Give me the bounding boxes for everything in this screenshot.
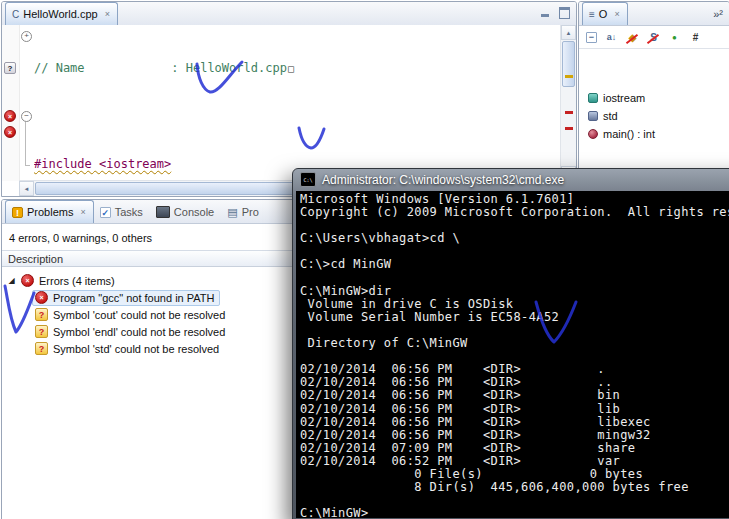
error-icon: ×: [21, 274, 34, 287]
hide-fields-icon[interactable]: ◆: [626, 32, 639, 43]
unknown-char-box: □: [288, 63, 294, 74]
semantic-error-icon: ?: [35, 325, 48, 338]
expand-arrow-icon[interactable]: ◢: [7, 276, 16, 285]
annotation-ruler: ? × ×: [2, 25, 20, 181]
fold-scope-line: [25, 122, 26, 166]
outline-tree: iostream std main() : int: [579, 49, 729, 143]
editor-tab-helloworld[interactable]: C HelloWorld.cpp ×: [5, 2, 118, 25]
cpp-file-icon: C: [12, 9, 19, 20]
fold-expand-icon[interactable]: +: [21, 31, 32, 42]
help-marker-icon[interactable]: ?: [4, 62, 16, 74]
console-view-icon: [156, 206, 170, 218]
close-icon[interactable]: ×: [80, 207, 85, 217]
overview-mark-error[interactable]: [565, 111, 573, 114]
outline-toolbar: − a↓ ◆ S ● #: [579, 26, 729, 49]
problems-group-errors[interactable]: ◢ × Errors (4 items): [2, 272, 310, 289]
tab-properties[interactable]: ▤ Pro: [221, 201, 266, 223]
problems-view-icon: !: [12, 207, 23, 218]
outline-view-icon: ≡: [589, 9, 595, 20]
outline-item-iostream[interactable]: iostream: [579, 89, 729, 107]
comment-text: // Name : HelloWorld.cpp: [34, 61, 287, 75]
tasks-view-icon: ✓: [100, 207, 111, 218]
filter-grid-icon[interactable]: #: [689, 32, 702, 43]
problems-panel: ! Problems × ✓ Tasks Console ▤ Pro 4 err…: [1, 199, 311, 519]
function-icon: [588, 129, 598, 139]
code-line[interactable]: [34, 108, 560, 124]
outline-item-std[interactable]: std: [579, 107, 729, 125]
problems-tabbar: ! Problems × ✓ Tasks Console ▤ Pro: [2, 200, 310, 224]
properties-view-icon: ▤: [227, 207, 237, 218]
scroll-left-icon[interactable]: ◄: [19, 181, 34, 196]
hide-static-members-icon[interactable]: S: [647, 32, 660, 43]
problem-row-gcc[interactable]: × Program "gcc" not found in PATH: [2, 289, 310, 306]
more-tabs-indicator[interactable]: »²: [713, 8, 723, 20]
maximize-button[interactable]: [559, 7, 570, 18]
sort-icon[interactable]: a↓: [605, 32, 618, 42]
include-icon: [588, 93, 598, 103]
error-marker-icon[interactable]: ×: [4, 110, 16, 122]
vertical-scrollbar-thumb[interactable]: [562, 41, 575, 87]
collapse-all-icon[interactable]: −: [586, 32, 597, 43]
error-marker-icon[interactable]: ×: [4, 126, 16, 138]
outline-tabbar: ≡ O × »²: [579, 2, 729, 26]
problem-row-std[interactable]: ? Symbol 'std' could not be resolved: [2, 340, 310, 357]
window-title: Administrator: C:\windows\system32\cmd.e…: [322, 173, 564, 187]
code-text: // Name : HelloWorld.cpp□ #include <iost…: [34, 25, 560, 181]
cmd-window: C:\ Administrator: C:\windows\system32\c…: [292, 168, 729, 519]
problem-row-endl[interactable]: ? Symbol 'endl' could not be resolved: [2, 323, 310, 340]
semantic-error-icon: ?: [35, 342, 48, 355]
cmd-titlebar[interactable]: C:\ Administrator: C:\windows\system32\c…: [293, 169, 729, 190]
code-line[interactable]: // Name : HelloWorld.cpp□: [34, 60, 560, 76]
tab-tasks[interactable]: ✓ Tasks: [94, 201, 150, 223]
folding-column: + −: [20, 25, 32, 181]
namespace-icon: [588, 111, 598, 121]
vertical-scrollbar[interactable]: ▲ ▼: [560, 25, 576, 181]
tab-problems[interactable]: ! Problems ×: [5, 200, 94, 223]
semantic-error-icon: ?: [35, 308, 48, 321]
overview-mark-error[interactable]: [565, 127, 573, 130]
overview-mark-warning[interactable]: [565, 75, 573, 78]
close-icon[interactable]: ×: [105, 9, 110, 19]
scroll-up-icon[interactable]: ▲: [561, 25, 576, 40]
outline-item-main[interactable]: main() : int: [579, 125, 729, 143]
outline-tab-label: O: [599, 8, 608, 20]
fold-collapse-icon[interactable]: −: [21, 111, 32, 122]
minimize-button[interactable]: [540, 7, 551, 18]
console-output[interactable]: Microsoft Windows [Version 6.1.7601] Cop…: [296, 191, 729, 518]
editor-tab-label: HelloWorld.cpp: [23, 8, 97, 20]
selected-row-highlight: × Program "gcc" not found in PATH: [32, 290, 220, 306]
editor-tabbar: C HelloWorld.cpp ×: [2, 2, 576, 26]
include-directive: #include <iostream>: [34, 157, 171, 171]
cmd-icon[interactable]: C:\: [300, 172, 316, 187]
description-column-header[interactable]: Description: [2, 250, 298, 267]
tab-outline[interactable]: ≡ O ×: [582, 2, 628, 25]
error-icon: ×: [35, 291, 48, 304]
close-icon[interactable]: ×: [614, 9, 619, 19]
console-text: Microsoft Windows [Version 6.1.7601] Cop…: [300, 193, 729, 518]
problem-row-cout[interactable]: ? Symbol 'cout' could not be resolved: [2, 306, 310, 323]
problems-summary: 4 errors, 0 warnings, 0 others: [2, 224, 310, 248]
hide-non-public-icon[interactable]: ●: [668, 33, 681, 42]
problems-tree: ◢ × Errors (4 items) × Program "gcc" not…: [2, 267, 310, 357]
tab-console[interactable]: Console: [150, 201, 221, 223]
